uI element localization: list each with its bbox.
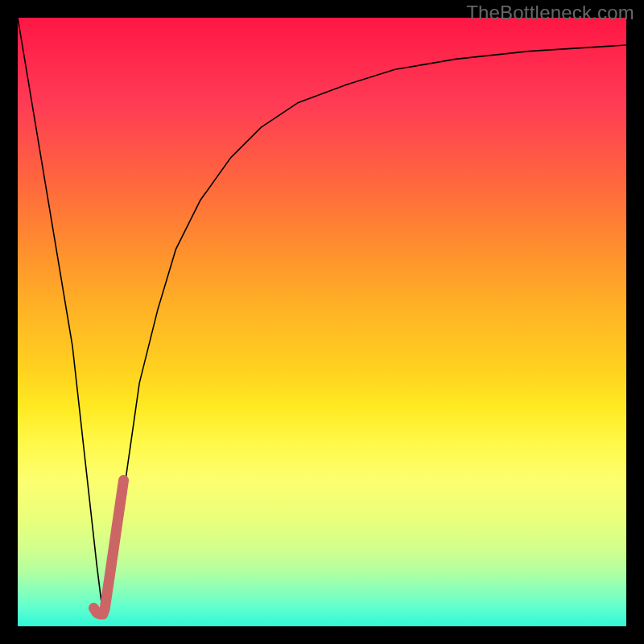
chart-svg (18, 18, 626, 626)
bottleneck-curve (18, 18, 626, 614)
chart-plot-area (18, 18, 626, 626)
selection-marker (94, 481, 124, 614)
chart-frame: TheBottleneck.com (0, 0, 644, 644)
watermark-text: TheBottleneck.com (466, 2, 634, 24)
